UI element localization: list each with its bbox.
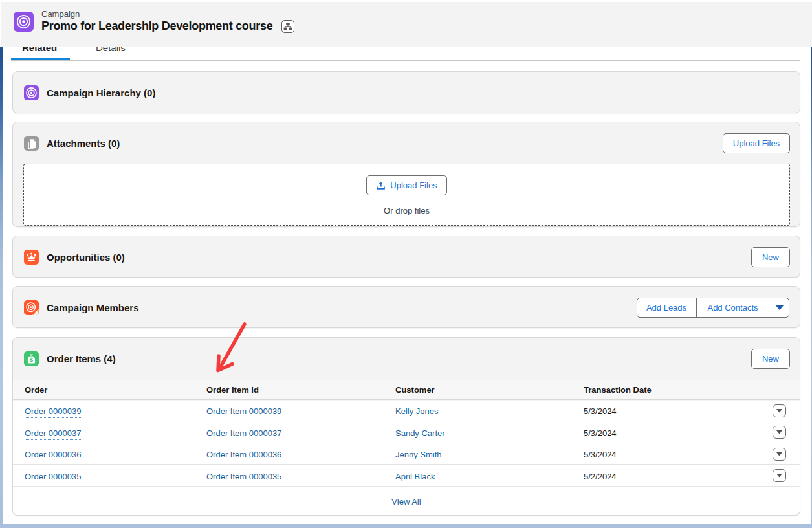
svg-text:$: $ [30, 356, 34, 363]
